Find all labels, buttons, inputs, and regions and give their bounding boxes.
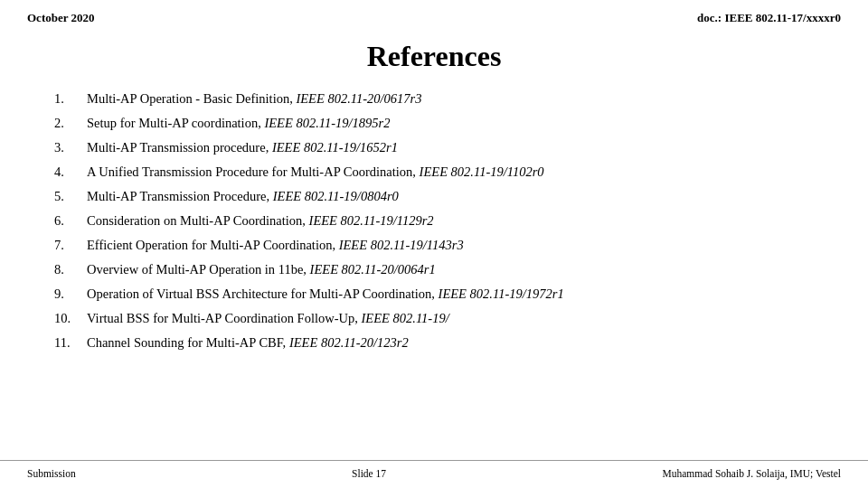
ref-citation: IEEE 802.11-20/0064r1 [310,262,436,277]
list-item: 8.Overview of Multi-AP Operation in 11be… [54,260,814,279]
ref-num: 7. [54,236,87,255]
ref-num: 5. [54,187,87,206]
ref-text: Operation of Virtual BSS Architecture fo… [87,285,814,304]
footer-left: Submission [27,468,76,479]
ref-text: Multi-AP Transmission procedure, IEEE 80… [87,138,814,157]
ref-num: 8. [54,260,87,279]
ref-text: Multi-AP Operation - Basic Definition, I… [87,89,814,108]
ref-citation: IEEE 802.11-19/1102r0 [420,164,544,179]
list-item: 7.Efficient Operation for Multi-AP Coord… [54,236,814,255]
ref-citation: IEEE 802.11-19/1129r2 [309,213,434,228]
ref-num: 9. [54,285,87,304]
ref-text: Consideration on Multi-AP Coordination, … [87,211,814,230]
header: October 2020 doc.: IEEE 802.11-17/xxxxr0 [0,0,868,31]
header-left: October 2020 [27,11,95,25]
ref-text: A Unified Transmission Procedure for Mul… [87,163,814,182]
ref-num: 11. [54,333,87,352]
ref-num: 6. [54,211,87,230]
ref-text: Multi-AP Transmission Procedure, IEEE 80… [87,187,814,206]
list-item: 1.Multi-AP Operation - Basic Definition,… [54,89,814,108]
ref-citation: IEEE 802.11-19/1143r3 [339,238,464,252]
list-item: 10.Virtual BSS for Multi-AP Coordination… [54,309,814,328]
reference-list: 1.Multi-AP Operation - Basic Definition,… [54,89,814,352]
ref-text: Channel Sounding for Multi-AP CBF, IEEE … [87,333,814,352]
list-item: 5.Multi-AP Transmission Procedure, IEEE … [54,187,814,206]
ref-num: 10. [54,309,87,328]
ref-citation: IEEE 802.11-19/1895r2 [264,116,390,130]
ref-text: Overview of Multi-AP Operation in 11be, … [87,260,814,279]
ref-citation: IEEE 802.11-19/1652r1 [272,140,398,155]
ref-num: 1. [54,89,87,108]
ref-text: Virtual BSS for Multi-AP Coordination Fo… [87,309,814,328]
list-item: 9.Operation of Virtual BSS Architecture … [54,285,814,304]
list-item: 4.A Unified Transmission Procedure for M… [54,163,814,182]
footer: Submission Slide 17 Muhammad Sohaib J. S… [0,460,868,488]
footer-center: Slide 17 [352,468,386,479]
footer-right: Muhammad Sohaib J. Solaija, IMU; Vestel [662,468,841,479]
list-item: 2.Setup for Multi-AP coordination, IEEE … [54,114,814,133]
page-title: References [0,40,868,73]
ref-num: 2. [54,114,87,133]
ref-citation: IEEE 802.11-20/123r2 [289,335,409,350]
slide: October 2020 doc.: IEEE 802.11-17/xxxxr0… [0,0,868,488]
ref-num: 3. [54,138,87,157]
ref-citation: IEEE 802.11-19/1972r1 [439,286,564,301]
references-content: 1.Multi-AP Operation - Basic Definition,… [0,89,868,460]
list-item: 6.Consideration on Multi-AP Coordination… [54,211,814,230]
ref-text: Efficient Operation for Multi-AP Coordin… [87,236,814,255]
list-item: 11.Channel Sounding for Multi-AP CBF, IE… [54,333,814,352]
ref-citation: IEEE 802.11-19/0804r0 [273,189,399,203]
ref-citation: IEEE 802.11-19/ [362,311,449,325]
header-right: doc.: IEEE 802.11-17/xxxxr0 [697,11,841,25]
ref-text: Setup for Multi-AP coordination, IEEE 80… [87,114,814,133]
ref-citation: IEEE 802.11-20/0617r3 [296,91,421,106]
ref-num: 4. [54,163,87,182]
list-item: 3.Multi-AP Transmission procedure, IEEE … [54,138,814,157]
title-section: References [0,31,868,89]
